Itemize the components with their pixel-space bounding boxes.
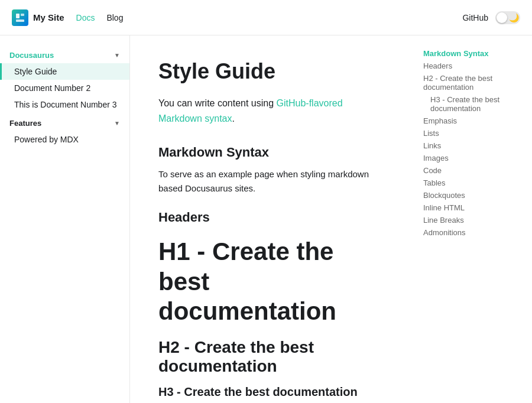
toc-item-7[interactable]: Images	[423, 152, 523, 164]
h3-example: H3 - Create the best documentation	[158, 385, 385, 399]
svg-rect-1	[21, 14, 24, 16]
sidebar-item-doc2[interactable]: Document Number 2	[0, 80, 129, 96]
sidebar-item-powered-mdx[interactable]: Powered by MDX	[0, 131, 129, 148]
nav-link-blog[interactable]: Blog	[106, 13, 123, 22]
toc-item-6[interactable]: Links	[423, 139, 523, 152]
page-intro: You can write content using GitHub-flavo…	[158, 96, 385, 126]
sidebar-section-name-docusaurus: Docusaurus	[9, 51, 54, 60]
topnav-right: GitHub 🌙	[462, 11, 520, 24]
toc-item-2[interactable]: H2 - Create the best documentation	[423, 72, 523, 93]
layout: Docusaurus ▼ Style Guide Document Number…	[0, 35, 532, 403]
sidebar-section-header-features[interactable]: Features ▼	[0, 115, 129, 131]
intro-suffix: .	[232, 113, 235, 124]
toc-item-3[interactable]: H3 - Create the best documentation	[423, 93, 523, 115]
toc-item-0[interactable]: Markdown Syntax	[423, 47, 523, 60]
chevron-down-icon: ▼	[114, 52, 120, 58]
sidebar-item-style-guide[interactable]: Style Guide	[0, 63, 129, 80]
toc-item-4[interactable]: Emphasis	[423, 115, 523, 127]
dark-mode-toggle[interactable]: 🌙	[495, 11, 520, 24]
sidebar-item-doc3[interactable]: This is Document Number 3	[0, 96, 129, 113]
markdown-syntax-heading: Markdown Syntax	[158, 145, 385, 160]
toc-item-8[interactable]: Code	[423, 164, 523, 177]
sidebar-section-name-features: Features	[9, 119, 41, 128]
headers-heading: Headers	[158, 210, 385, 225]
logo-icon	[12, 9, 28, 26]
svg-rect-0	[16, 14, 20, 18]
h1-example: H1 - Create the best documentation	[158, 237, 385, 326]
toc-item-10[interactable]: Blockquotes	[423, 189, 523, 202]
toc-item-1[interactable]: Headers	[423, 60, 523, 72]
github-link[interactable]: GitHub	[462, 13, 488, 22]
sidebar-section-features: Features ▼ Powered by MDX	[0, 115, 129, 148]
toc-item-12[interactable]: Line Breaks	[423, 214, 523, 226]
sidebar-section-docusaurus: Docusaurus ▼ Style Guide Document Number…	[0, 47, 129, 113]
svg-rect-2	[16, 20, 24, 22]
h2-example: H2 - Create the best documentation	[158, 338, 385, 376]
markdown-syntax-body: To serve as an example page when styling…	[158, 167, 385, 196]
toc: Markdown SyntaxHeadersH2 - Create the be…	[414, 35, 532, 403]
site-name: My Site	[33, 12, 64, 22]
topnav: My Site Docs Blog GitHub 🌙	[0, 0, 532, 35]
toggle-emoji: 🌙	[509, 12, 519, 23]
logo-area[interactable]: My Site	[12, 9, 64, 26]
page-title: Style Guide	[158, 59, 385, 84]
intro-text: You can write content using	[158, 98, 277, 108]
sidebar-section-header-docusaurus[interactable]: Docusaurus ▼	[0, 47, 129, 63]
nav-link-docs[interactable]: Docs	[76, 13, 95, 22]
toc-item-13[interactable]: Admonitions	[423, 226, 523, 239]
toc-item-5[interactable]: Lists	[423, 127, 523, 139]
topnav-links: Docs Blog	[76, 13, 124, 22]
toc-item-9[interactable]: Tables	[423, 177, 523, 189]
chevron-down-icon-features: ▼	[114, 120, 120, 126]
sidebar: Docusaurus ▼ Style Guide Document Number…	[0, 35, 130, 403]
main-content: Style Guide You can write content using …	[130, 35, 414, 403]
toggle-knob	[497, 12, 507, 23]
toc-item-11[interactable]: Inline HTML	[423, 202, 523, 214]
